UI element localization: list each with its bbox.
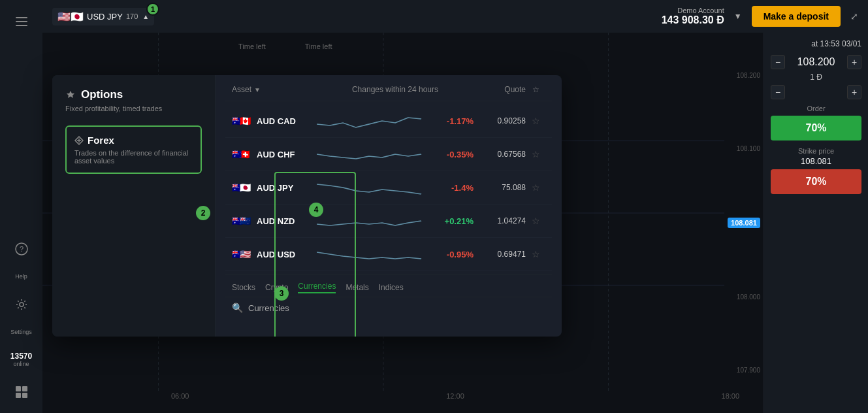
asset-flag: 🇺🇸🇯🇵: [57, 10, 84, 23]
star-4[interactable]: ☆: [526, 249, 545, 259]
search-input[interactable]: [248, 303, 545, 313]
column-headers: Asset ▼ Changes within 24 hours Quote ☆: [225, 85, 552, 101]
forex-card[interactable]: Forex Trades on the difference of financ…: [65, 125, 202, 174]
strike-price-label: Strike price: [771, 147, 861, 155]
mini-chart-2: [317, 178, 434, 197]
asset-selector[interactable]: 🇺🇸🇯🇵 USD JPY 170 ▲ 1: [52, 8, 154, 25]
asset-modal: Options Fixed profitability, timed trade…: [52, 75, 562, 337]
forex-label: Forex: [88, 135, 114, 146]
sell-button[interactable]: 70%: [771, 169, 861, 194]
star-0[interactable]: ☆: [526, 116, 545, 126]
price-tick-3: 108.000: [728, 293, 760, 301]
modal-content: Options Fixed profitability, timed trade…: [52, 75, 562, 337]
sidebar: ? Help Settings 13570 online: [0, 0, 42, 413]
annotation-badge-2: 2: [196, 206, 210, 220]
deposit-button[interactable]: Make a deposit: [752, 6, 841, 27]
current-price-label: 108.081: [728, 218, 760, 228]
time-label-1: 06:00: [171, 392, 189, 400]
mini-chart-3: [317, 211, 434, 231]
svg-rect-6: [16, 386, 21, 391]
mini-chart-4: [317, 244, 434, 264]
annotation-1-badge: 1: [146, 3, 159, 16]
quote-val-3: 1.04274: [474, 216, 526, 225]
amount-row-bottom: − +: [771, 85, 861, 99]
price-axis: 108.200 108.100 108.081 108.000 107.900: [724, 33, 764, 413]
svg-rect-9: [22, 393, 27, 398]
forex-card-header: Forex: [74, 135, 193, 146]
asset-row[interactable]: 🇦🇺 🇳🇿 AUD NZD +0.21% 1.04274 ☆: [225, 205, 552, 238]
quote-val-2: 75.088: [474, 183, 526, 192]
hamburger-menu-icon[interactable]: [10, 10, 33, 33]
asset-row[interactable]: 🇦🇺 🇯🇵 AUD JPY -1.4% 75.088 ☆: [225, 171, 552, 205]
topbar: 🇺🇸🇯🇵 USD JPY 170 ▲ 1 Demo Account 143 90…: [42, 0, 868, 33]
grid-icon[interactable]: [10, 380, 33, 403]
amount-minus-button-2[interactable]: −: [771, 85, 785, 99]
amount-minus-button[interactable]: −: [771, 55, 785, 69]
order-label: Order: [771, 105, 861, 112]
asset-name-4: 🇦🇺 🇺🇸 AUD USD: [232, 248, 317, 261]
svg-text:?: ?: [19, 245, 23, 253]
flag2-2: 🇯🇵: [240, 182, 251, 193]
asset-header-label: Asset: [232, 85, 251, 94]
asset-label-2: AUD JPY: [257, 183, 293, 193]
price-tick-4: 107.900: [728, 367, 760, 374]
quote-val-4: 0.69471: [474, 250, 526, 259]
asset-column-header[interactable]: Asset ▼: [232, 85, 317, 94]
account-section: Demo Account 143 908.30 Đ ▼ Make a depos…: [662, 6, 858, 27]
svg-rect-7: [22, 386, 27, 391]
resize-icon[interactable]: ⤢: [850, 11, 858, 22]
account-dropdown-icon[interactable]: ▼: [734, 12, 742, 21]
account-balance: 143 908.30 Đ: [662, 14, 724, 26]
online-count: 13570: [10, 352, 32, 361]
price-tick-1: 108.200: [728, 72, 760, 79]
amount-plus-button-top[interactable]: +: [847, 55, 861, 69]
star-1[interactable]: ☆: [526, 149, 545, 159]
options-subtitle: Fixed profitability, timed trades: [65, 105, 202, 112]
asset-label-1: AUD CHF: [257, 150, 295, 159]
quote-val-1: 0.67568: [474, 150, 526, 159]
flag2-4: 🇺🇸: [240, 249, 251, 259]
mini-chart-1: [317, 144, 434, 164]
asset-row[interactable]: 🇦🇺 🇺🇸 AUD USD -0.95% 0.69471 ☆: [225, 238, 552, 271]
svg-rect-2: [16, 25, 27, 26]
asset-label-4: AUD USD: [257, 250, 295, 259]
annotation-badge-3: 3: [274, 286, 289, 301]
settings-label: Settings: [10, 329, 32, 335]
quote-column-header: Quote: [474, 85, 526, 94]
asset-name-0: 🇦🇺 🇨🇦 AUD CAD: [232, 114, 317, 127]
buy-button[interactable]: 70%: [771, 116, 861, 140]
asset-flags-0: 🇦🇺 🇨🇦: [232, 114, 251, 127]
asset-flags-2: 🇦🇺 🇯🇵: [232, 181, 251, 194]
star-column-header: ☆: [526, 85, 545, 94]
asset-name-1: 🇦🇺 🇨🇭 AUD CHF: [232, 148, 317, 161]
amount-plus-button-2[interactable]: +: [847, 85, 861, 99]
search-icon: 🔍: [232, 303, 243, 313]
flag2-0: 🇨🇦: [240, 116, 251, 126]
tab-metals[interactable]: Metals: [346, 283, 368, 292]
tab-currencies[interactable]: Currencies: [298, 282, 336, 293]
svg-rect-1: [16, 21, 27, 22]
time-display: at 13:53 03/01: [771, 39, 861, 48]
time-label-2: 12:00: [446, 392, 464, 400]
star-header-icon: ☆: [532, 85, 539, 94]
asset-flags-4: 🇦🇺 🇺🇸: [232, 248, 251, 261]
settings-icon[interactable]: [10, 293, 33, 316]
asset-value: 170: [126, 12, 138, 20]
price-tick-2: 108.100: [728, 145, 760, 152]
mini-chart-0: [317, 111, 434, 131]
star-3[interactable]: ☆: [526, 216, 545, 226]
account-info: Demo Account 143 908.30 Đ: [662, 7, 724, 26]
tab-stocks[interactable]: Stocks: [232, 283, 255, 292]
forex-icon: [74, 136, 84, 145]
help-icon[interactable]: ?: [10, 237, 33, 260]
annotation-badge-4: 4: [309, 203, 323, 217]
asset-row[interactable]: 🇦🇺 🇨🇭 AUD CHF -0.35% 0.67568 ☆: [225, 138, 552, 171]
options-title: Options: [81, 88, 123, 101]
star-2[interactable]: ☆: [526, 182, 545, 193]
changes-column-header: Changes within 24 hours: [317, 85, 474, 94]
asset-name-2: 🇦🇺 🇯🇵 AUD JPY: [232, 181, 317, 194]
asset-row[interactable]: 🇦🇺 🇨🇦 AUD CAD -1.17% 0.90258 ☆: [225, 105, 552, 138]
tab-indices[interactable]: Indices: [379, 283, 404, 292]
asset-flags-1: 🇦🇺 🇨🇭: [232, 148, 251, 161]
svg-rect-8: [16, 393, 21, 398]
